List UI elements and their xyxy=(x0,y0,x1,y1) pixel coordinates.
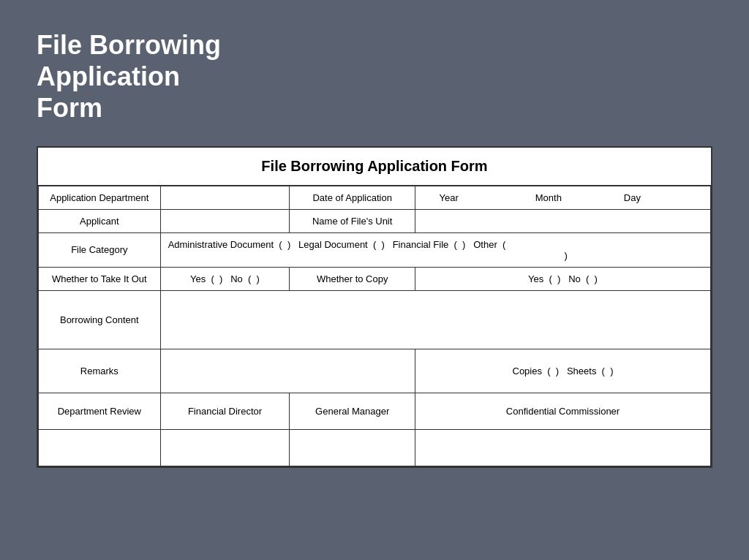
applicant-label: Applicant xyxy=(39,209,161,232)
file-category-label: File Category xyxy=(39,232,161,267)
copy-options: Yes ( ) No ( ) xyxy=(415,267,711,290)
row-remarks: Remarks Copies ( ) Sheets ( ) xyxy=(39,349,711,393)
year-label: Year xyxy=(440,192,459,203)
general-manager-label: General Manager xyxy=(290,393,415,429)
row-borrowing-content: Borrowing Content xyxy=(39,290,711,349)
name-files-unit-label: Name of File's Unit xyxy=(290,209,415,232)
take-out-options: Yes ( ) No ( ) xyxy=(160,267,290,290)
form-table: Application Department Date of Applicati… xyxy=(38,186,711,466)
name-files-unit-value xyxy=(415,209,711,232)
page-title: File Borrowing Application Form xyxy=(37,29,712,124)
row-take-out: Whether to Take It Out Yes ( ) No ( ) Wh… xyxy=(39,267,711,290)
confidential-commissioner-value xyxy=(415,429,711,466)
borrowing-content-label: Borrowing Content xyxy=(39,290,161,349)
form-title: File Borrowing Application Form xyxy=(38,148,711,186)
date-of-application-value: Year Month Day xyxy=(415,186,711,209)
remarks-value xyxy=(160,349,415,393)
row-signature-blanks xyxy=(39,429,711,466)
file-category-options: Administrative Document ( ) Legal Docume… xyxy=(160,232,710,267)
confidential-commissioner-label: Confidential Commissioner xyxy=(415,393,711,429)
row-applicant: Applicant Name of File's Unit xyxy=(39,209,711,232)
dept-review-value xyxy=(39,429,161,466)
row-file-category: File Category Administrative Document ( … xyxy=(39,232,711,267)
borrowing-content-value xyxy=(160,290,710,349)
copies-sheets: Copies ( ) Sheets ( ) xyxy=(415,349,711,393)
form-container: File Borrowing Application Form Applicat… xyxy=(37,146,712,468)
remarks-label: Remarks xyxy=(39,349,161,393)
month-label: Month xyxy=(535,192,562,203)
applicant-value xyxy=(160,209,290,232)
financial-director-label: Financial Director xyxy=(160,393,290,429)
application-department-label: Application Department xyxy=(39,186,161,209)
general-manager-value xyxy=(290,429,415,466)
dept-review-label: Department Review xyxy=(39,393,161,429)
date-of-application-label: Date of Application xyxy=(290,186,415,209)
whether-copy-label: Whether to Copy xyxy=(290,267,415,290)
take-out-label: Whether to Take It Out xyxy=(39,267,161,290)
row-application-dept: Application Department Date of Applicati… xyxy=(39,186,711,209)
row-signature-labels: Department Review Financial Director Gen… xyxy=(39,393,711,429)
financial-director-value xyxy=(160,429,290,466)
application-department-value xyxy=(160,186,290,209)
day-label: Day xyxy=(624,192,641,203)
